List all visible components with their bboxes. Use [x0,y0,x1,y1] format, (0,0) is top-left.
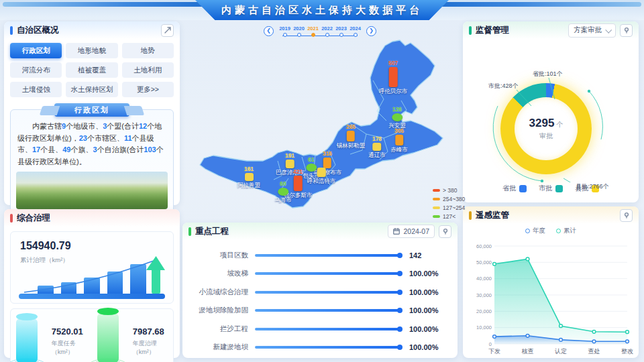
legend-label: 省批 [502,184,516,193]
annual-treated-label: 年度治理（km²） [133,339,173,357]
progress-fill [255,272,401,275]
svg-text:20,000: 20,000 [476,308,492,314]
legend-swatch [433,198,440,200]
project-value: 100.00% [401,288,447,296]
map-marker-呼伦贝尔市[interactable]: 507呼伦贝尔市 [379,60,408,96]
map-marker-赤峰市[interactable]: 305赤峰市 [390,127,408,154]
year-dot [311,33,315,37]
project-value: 142 [401,251,447,259]
marker-shape [317,168,326,177]
project-progress-bar[interactable] [255,327,401,330]
treatment-total-value: 154940.79 [20,240,71,252]
legend-label: 127< [443,213,455,220]
remote-panel: 遥感监管 年度累计 010,00020,00030,00040,00050,00… [463,206,639,358]
project-value: 100.00% [401,343,447,351]
legend-swatch [433,189,440,192]
overview-button-1[interactable]: 行政区划 [10,43,62,58]
annual-task-group: 7520.01 年度任务（km²） [11,309,92,362]
legend-swatch [519,185,527,192]
marker-shape [294,176,303,191]
capture-icon[interactable] [620,209,633,222]
marker-value: 191 [285,152,294,159]
text-segment: 个旗、 [71,145,93,154]
overview-button-6[interactable]: 土地利用 [122,62,174,78]
project-progress-bar[interactable] [255,346,401,349]
callout-province: 省批:101个 [533,70,563,78]
panel-marker [10,214,13,223]
supervision-legend-item[interactable]: 市批 [539,184,563,193]
panel-marker [189,227,191,236]
legend-swatch [555,185,563,192]
project-value: 100.00% [401,269,447,278]
project-label: 项目区数 [189,251,255,260]
map-marker-通辽市[interactable]: 178通辽市 [368,135,386,160]
treatment-total-card: 154940.79 累计治理（km²） [10,231,174,304]
projects-rows: 项目区数142坡改梯100.00%小流域综合治理100.00%淤地坝除险加固10… [182,240,458,359]
expand-icon[interactable] [161,24,174,37]
remote-title: 遥感监管 [476,210,509,221]
project-row: 淤地坝除险加固100.00% [189,302,447,320]
region-map[interactable]: 507呼伦贝尔市126兴安盟265锡林郭勒盟305赤峰市178通辽市316乌兰察… [182,37,458,219]
capture-icon[interactable] [439,225,451,238]
text-segment: 个地级市、 [66,122,103,130]
project-progress-bar[interactable] [255,290,401,294]
map-marker-兴安盟[interactable]: 126兴安盟 [388,106,406,130]
legend-label: 累计 [564,227,576,235]
marker-city-label: 锡林郭勒盟 [337,142,366,150]
timeline-next-icon[interactable]: ❯ [366,26,376,36]
overview-button-2[interactable]: 地形地貌 [66,43,117,58]
date-picker[interactable]: 2024-07 [388,225,435,238]
project-progress-bar[interactable] [255,309,401,312]
supervision-legend-item[interactable]: 省批 [502,184,527,193]
timeline-year-2022[interactable]: 2022 [321,25,333,37]
timeline-year-2021[interactable]: 2021 [307,25,319,37]
panel-marker [469,211,472,220]
map-marker-乌海市[interactable]: 60乌海市 [274,180,292,204]
marker-value: 316 [323,150,332,157]
timeline-year-2023[interactable]: 2023 [335,25,347,37]
overview-button-3[interactable]: 地势 [122,43,174,58]
project-progress-bar[interactable] [255,253,401,257]
overview-button-4[interactable]: 河流分布 [10,62,62,78]
treatment-title: 综合治理 [17,213,50,224]
year-dot [283,33,287,37]
annual-task-label: 年度任务（km²） [52,339,92,357]
timeline-year-2019[interactable]: 2019 [279,25,290,37]
capture-icon[interactable] [620,24,633,37]
project-progress-bar[interactable] [255,272,401,276]
remote-legend-item[interactable]: 年度 [525,227,545,235]
year-label: 2020 [293,25,305,32]
year-label: 2023 [335,25,347,32]
progress-fill [255,254,401,257]
timeline-year-2020[interactable]: 2020 [293,25,305,37]
map-legend-item: 127~254 [433,204,465,211]
projects-panel: 重点工程 2024-07 项目区数142坡改梯100.00%小流域综合治理100… [182,223,458,358]
timeline-prev-icon[interactable]: ❮ [264,26,274,36]
svg-text:核查: 核查 [522,348,534,355]
marker-shape [392,113,402,121]
treatment-annual-card: 7520.01 年度任务（km²） 7987.68 年度治理（km²） [10,308,174,362]
marker-value: 421 [293,168,303,175]
progress-dot [397,290,402,295]
marker-shape [347,131,355,141]
project-row: 新建淤地坝100.00% [189,339,447,357]
remote-legend-item[interactable]: 累计 [556,227,576,235]
annual-treated-value: 7987.68 [133,326,173,337]
overview-button-5[interactable]: 植被覆盖 [66,62,117,78]
svg-text:50,000: 50,000 [476,259,492,265]
scheme-approval-dropdown[interactable]: 方案审批 [568,23,616,38]
map-marker-锡林郭勒盟[interactable]: 265锡林郭勒盟 [337,123,366,150]
app-title-banner: 内蒙古自治区水土保持大数据平台 [181,0,463,20]
text-segment: 个县、 [40,145,62,154]
overview-button-7[interactable]: 土壤侵蚀 [10,82,62,97]
map-shape [182,37,458,219]
marker-value: 507 [388,60,398,66]
marker-value: 60 [280,180,286,187]
date-value: 2024-07 [403,227,429,235]
project-label: 小流域综合治理 [189,288,255,297]
svg-text:10,000: 10,000 [476,324,492,330]
overview-button-8[interactable]: 水土保持区划 [66,82,117,97]
timeline-year-2024[interactable]: 2024 [350,25,361,37]
map-marker-阿拉善盟[interactable]: 161阿拉善盟 [237,166,260,190]
overview-button-9[interactable]: 更多>> [122,82,174,97]
